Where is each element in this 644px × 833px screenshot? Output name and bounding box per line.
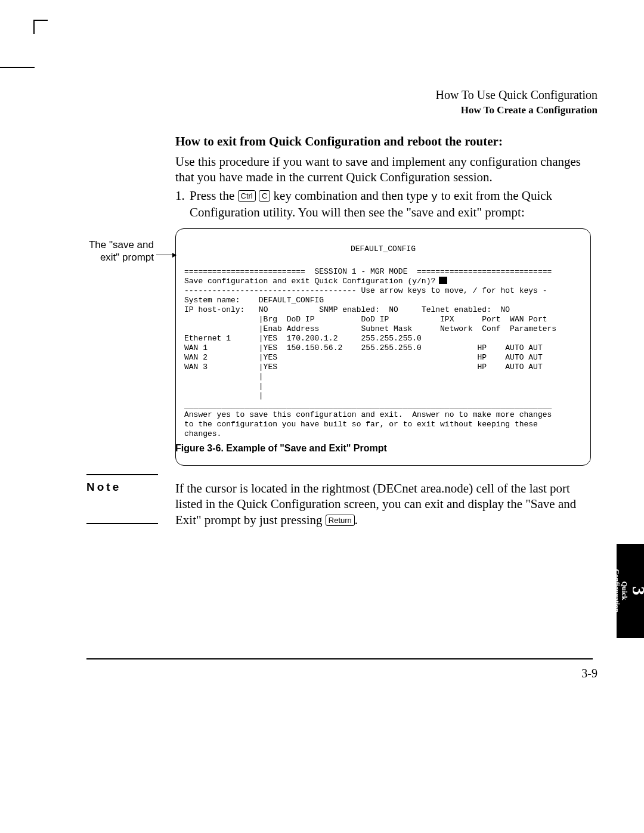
margin-callout: The "save and exit" prompt [88,239,154,264]
terminal-footer-3: changes. [184,429,221,438]
telnet-label: Telnet enabled: [422,305,491,314]
return-key-icon: Return [326,515,355,526]
terminal-footer-2: to the configuration you have built so f… [184,420,538,429]
terminal-title: DEFAULT_CONFIG [184,244,582,254]
crop-mark-top [33,20,48,34]
table-row: WAN 3 |YES HP AUTO AUT [184,363,543,371]
table-row: | [184,382,264,391]
step-1: 1. Press the Ctrl C key combination and … [175,188,593,221]
terminal-session-line: ========================== SESSION 1 - M… [184,267,552,276]
literal-y: y [431,190,438,203]
terminal-prompt-line: Save configuration and exit Quick Config… [184,277,435,286]
note-body: If the cursor is located in the rightmos… [175,481,593,528]
iphost-label: IP host-only: [184,305,244,314]
figure-caption: Figure 3-6. Example of "Save and Exit" P… [175,443,387,454]
table-header-1: |Brg DoD IP DoD IP IPX Port WAN Port [184,315,547,324]
terminal-divider: ________________________________________… [184,401,552,410]
c-key-icon: C [259,190,270,202]
table-row: | [184,372,264,381]
cursor-icon [439,277,447,284]
table-row: | [184,391,264,400]
footer-rule [86,658,593,659]
table-row: Ethernet 1 |YES 170.200.1.2 255.255.255.… [184,334,422,343]
terminal-footer-1: Answer yes to save this configuration an… [184,410,552,419]
snmp-value: NO [389,305,398,314]
chapter-title-line2: Configuration [612,569,621,613]
running-head: How To Use Quick Configuration How To Cr… [435,88,597,116]
running-head-top: How To Use Quick Configuration [435,88,597,102]
telnet-value: NO [501,305,510,314]
note-rule-top [86,474,158,475]
note-label: Note [86,481,121,494]
intro-paragraph: Use this procedure if you want to save a… [175,154,593,185]
chapter-thumb-tab: 3 Quick Configuration [617,544,644,638]
sysname-value: DEFAULT_CONFIG [259,296,324,305]
note-text-post: . [355,513,358,527]
terminal-screenshot: DEFAULT_CONFIG =========================… [175,228,591,466]
chapter-title-line1: Quick [620,581,628,600]
snmp-label: SNMP enabled: [319,305,379,314]
page-number: 3-9 [581,667,597,680]
table-row: WAN 2 |YES HP AUTO AUT [184,353,543,362]
note-text-pre: If the cursor is located in the rightmos… [175,481,576,527]
step-number: 1. [175,188,190,204]
table-header-2: |Enab Address Subnet Mask Network Conf P… [184,324,556,333]
step-text-pre: Press the [190,188,238,203]
note-rule-bottom [86,523,158,524]
step-text-mid1: key combination and then type [270,188,431,203]
arrow-right-icon [156,255,174,255]
table-row: WAN 1 |YES 150.150.56.2 255.255.255.0 HP… [184,343,543,352]
sysname-label: System name: [184,296,240,305]
section-heading: How to exit from Quick Configuration and… [175,134,503,149]
crop-mark-mid [0,67,35,68]
iphost-value: NO [259,305,268,314]
running-head-sub: How To Create a Configuration [435,104,597,116]
terminal-hint-line: ------------------------------------- Us… [184,286,547,295]
ctrl-key-icon: Ctrl [238,190,256,202]
page: How To Use Quick Configuration How To Cr… [0,0,644,833]
chapter-number: 3 [629,569,644,613]
